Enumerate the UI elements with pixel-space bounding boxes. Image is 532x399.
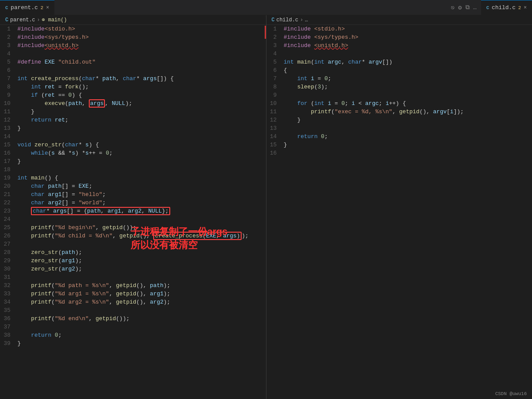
editor-pane-left: C parent.c › ⊕ main() 1 #include<stdio.h… xyxy=(0,15,266,399)
code-line: 15 void zero_str(char* s) { xyxy=(0,141,266,149)
breadcrumb-file-left: parent.c xyxy=(10,17,35,23)
code-line: 39 } xyxy=(0,339,266,348)
code-line: 32 printf("%d path = %s\n", getpid(), pa… xyxy=(0,281,266,290)
code-line: 2 #include <sys/types.h> xyxy=(266,33,532,41)
code-line: 21 char arg1[] = "hello"; xyxy=(0,190,266,199)
code-line: 10 execve(path, args, NULL); xyxy=(0,99,266,108)
tab-parent-c[interactable]: C parent.c 2 × xyxy=(0,0,54,15)
code-line: 17 } xyxy=(0,157,266,166)
tab-close-left[interactable]: × xyxy=(46,5,49,11)
breadcrumb-left: C parent.c › ⊕ main() xyxy=(0,15,266,25)
code-line: 9 if (ret == 0) { xyxy=(0,91,266,99)
code-line: 26 printf("%d child = %d\n", getpid(), c… xyxy=(0,232,266,240)
code-line: 7 int create_process(char* path, char* a… xyxy=(0,74,266,83)
code-line: 4 xyxy=(0,50,266,58)
code-line: 25 printf("%d begin\n", getpid()); xyxy=(0,223,266,232)
code-line: 12 return ret; xyxy=(0,116,266,124)
breadcrumb-file-right: child.c xyxy=(276,17,298,23)
code-line: 10 for (int i = 0; i < argc; i++) { xyxy=(266,99,532,108)
code-line: 13 xyxy=(266,124,532,132)
code-line: 5 #define EXE "child.out" xyxy=(0,58,266,66)
code-line: 23 char* args[] = {path, arg1, arg2, NUL… xyxy=(0,207,266,215)
code-line: 24 xyxy=(0,215,266,223)
toolbar-icon-2[interactable]: ⚙ xyxy=(458,4,461,11)
code-line: 16 while(s && *s) *s++ = 0; xyxy=(0,149,266,157)
code-line: 36 printf("%d end\n", getpid()); xyxy=(0,314,266,323)
code-line: 11 printf("exec = %d, %s\n", getpid(), a… xyxy=(266,108,532,116)
breadcrumb-icon-right: C xyxy=(272,17,275,23)
tab-modified-left: 2 xyxy=(40,5,44,10)
code-line: 19 int main() { xyxy=(0,174,266,182)
code-line: 3 #include<unistd.h> xyxy=(0,41,266,50)
code-line: 27 xyxy=(0,240,266,248)
toolbar-icon-4[interactable]: … xyxy=(473,4,477,11)
editors-split: C parent.c › ⊕ main() 1 #include<stdio.h… xyxy=(0,15,532,399)
code-area-right[interactable]: 1 #include <stdio.h> 2 #include <sys/typ… xyxy=(266,25,532,399)
code-line: 28 zero_str(path); xyxy=(0,248,266,257)
code-area-left[interactable]: 1 #include<stdio.h> 2 #include<sys/types… xyxy=(0,25,266,399)
editor-container: C parent.c 2 × ⎋ ⚙ ⧉ … C child.c 2 × C p… xyxy=(0,0,532,399)
code-line: 15 } xyxy=(266,141,532,149)
tab-icon-left: C xyxy=(5,5,8,10)
code-line: 11 } xyxy=(0,108,266,116)
code-line: 4 xyxy=(266,50,532,58)
code-line: 14 return 0; xyxy=(266,132,532,141)
code-line: 22 char arg2[] = "world"; xyxy=(0,199,266,207)
code-line: 13 } xyxy=(0,124,266,132)
code-line: 7 int i = 0; xyxy=(266,74,532,83)
editor-pane-right: C child.c › … 1 #include <stdio.h> 2 #in… xyxy=(266,15,532,399)
code-line: 6 { xyxy=(266,66,532,74)
code-line: 18 xyxy=(0,166,266,174)
tab-child-c[interactable]: C child.c 2 × xyxy=(481,0,532,15)
code-line: 8 sleep(3); xyxy=(266,83,532,91)
tab-toolbar: ⎋ ⚙ ⧉ … xyxy=(451,4,481,11)
code-line: 8 int ret = fork(); xyxy=(0,83,266,91)
code-line: 9 xyxy=(266,91,532,99)
code-line: 6 xyxy=(0,66,266,74)
code-line: 38 return 0; xyxy=(0,331,266,339)
code-line: 3 #include <unistd.h> xyxy=(266,41,532,50)
code-line: 14 xyxy=(0,132,266,141)
tab-modified-right: 2 xyxy=(518,5,521,10)
tab-bar: C parent.c 2 × ⎋ ⚙ ⧉ … C child.c 2 × xyxy=(0,0,532,15)
breadcrumb-icon-left: C xyxy=(5,17,8,23)
code-line: 30 zero_str(arg2); xyxy=(0,265,266,273)
scroll-indicator xyxy=(265,26,266,39)
tab-icon-right: C xyxy=(486,5,489,10)
code-line: 20 char path[] = EXE; xyxy=(0,182,266,190)
tab-close-right[interactable]: × xyxy=(524,5,527,11)
toolbar-icon-1[interactable]: ⎋ xyxy=(451,4,455,11)
code-line: 34 printf("%d arg2 = %s\n", getpid(), ar… xyxy=(0,298,266,306)
breadcrumb-rest-right: … xyxy=(305,17,308,23)
csdn-badge: CSDN @uwu16 xyxy=(495,391,527,396)
code-line: 5 int main(int argc, char* argv[]) xyxy=(266,58,532,66)
tab-name-right: child.c xyxy=(492,4,516,11)
code-line: 37 xyxy=(0,323,266,331)
code-line: 33 printf("%d arg1 = %s\n", getpid(), ar… xyxy=(0,290,266,298)
breadcrumb-right: C child.c › … xyxy=(266,15,532,25)
code-line: 16 xyxy=(266,149,532,157)
breadcrumb-fn-left: ⊕ main() xyxy=(42,17,67,23)
code-line: 12 } xyxy=(266,116,532,124)
code-line: 31 xyxy=(0,273,266,281)
code-line: 1 #include <stdio.h> xyxy=(266,25,532,33)
toolbar-icon-3[interactable]: ⧉ xyxy=(465,4,470,11)
code-line: 1 #include<stdio.h> xyxy=(0,25,266,33)
tab-name-left: parent.c xyxy=(11,4,38,11)
code-line: 2 #include<sys/types.h> xyxy=(0,33,266,41)
code-line: 35 xyxy=(0,306,266,314)
code-line: 29 zero_str(arg1); xyxy=(0,257,266,265)
